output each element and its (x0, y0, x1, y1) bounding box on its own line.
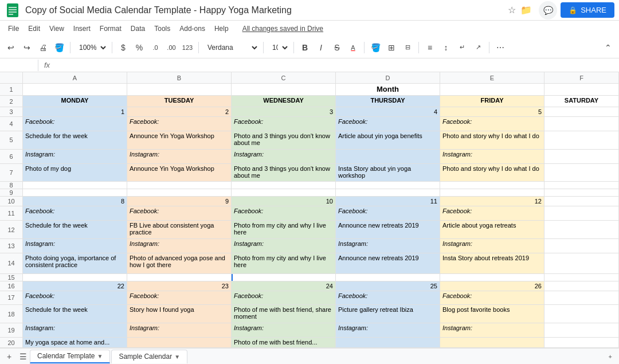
cell-d16[interactable]: 25 (336, 281, 440, 291)
cell-a18[interactable]: Schedule for the week (23, 305, 127, 323)
cell-e13[interactable]: Instagram: (440, 239, 544, 253)
cell-b1[interactable] (127, 84, 232, 95)
cell-d1[interactable]: Month (336, 84, 440, 95)
cell-c18[interactable]: Photo of me with best friend, share mome… (232, 305, 336, 323)
cell-a14[interactable]: Photo doing yoga, importance of consiste… (23, 253, 127, 273)
menu-help[interactable]: Help (211, 23, 232, 34)
cell-e18[interactable]: Blog post favorite books (440, 305, 544, 323)
col-header-c[interactable]: C (232, 72, 336, 83)
valign-button[interactable]: ↕ (438, 40, 453, 55)
cell-d4[interactable]: Facebook: (336, 117, 440, 131)
paint-format-button[interactable]: 🪣 (52, 40, 66, 55)
cell-b12[interactable]: FB Live about consistent yoga practice (127, 221, 232, 238)
cell-a15[interactable] (23, 274, 127, 281)
col-header-e[interactable]: E (440, 72, 544, 83)
cell-e2[interactable]: FRIDAY (440, 96, 544, 107)
cell-f7[interactable] (544, 164, 619, 182)
cell-d10[interactable]: 11 (336, 197, 440, 206)
fill-color-button[interactable]: 🪣 (368, 40, 383, 55)
cell-f5[interactable] (544, 131, 619, 149)
cell-a19[interactable]: Instagram: (23, 323, 127, 337)
sheet-tab-sample[interactable]: Sample Calendar ▼ (111, 350, 187, 363)
cell-e17[interactable]: Facebook: (440, 291, 544, 305)
font-select[interactable]: Verdana (202, 40, 260, 55)
cell-b17[interactable]: Facebook: (127, 291, 232, 305)
cell-e20[interactable] (440, 338, 544, 347)
cell-e9[interactable] (440, 189, 544, 196)
comments-button[interactable]: 💬 (539, 1, 557, 19)
cell-b14[interactable]: Photo of advanced yoga pose and how I go… (127, 253, 232, 273)
cell-d12[interactable]: Announce new retreats 2019 (336, 221, 440, 238)
cell-c10[interactable]: 10 (232, 197, 336, 206)
cell-b9[interactable] (127, 189, 232, 196)
cell-b6[interactable]: Instagram: (127, 150, 232, 163)
cell-d8[interactable] (336, 182, 440, 189)
col-header-f[interactable]: F (544, 72, 619, 83)
cell-a9[interactable] (23, 189, 127, 196)
cell-c19[interactable]: Instagram: (232, 323, 336, 337)
cell-e3[interactable]: 5 (440, 107, 544, 116)
formula-input[interactable] (53, 61, 616, 69)
cell-b19[interactable]: Instagram: (127, 323, 232, 337)
cell-c7[interactable]: Photo and 3 things you don't know about … (232, 164, 336, 182)
cell-f11[interactable] (544, 206, 619, 220)
cell-d9[interactable] (336, 189, 440, 196)
menu-tools[interactable]: Tools (151, 23, 174, 34)
cell-d17[interactable]: Facebook: (336, 291, 440, 305)
menu-file[interactable]: File (5, 23, 22, 34)
sheets-list-button[interactable]: ☰ (16, 350, 30, 363)
cell-c2[interactable]: WEDNESDAY (232, 96, 336, 107)
folder-icon[interactable]: 📁 (520, 5, 532, 15)
cell-f8[interactable] (544, 182, 619, 189)
menu-addons[interactable]: Add-ons (176, 23, 209, 34)
cell-e4[interactable]: Facebook: (440, 117, 544, 131)
cell-b3[interactable]: 2 (127, 107, 232, 116)
merge-button[interactable]: ⊟ (400, 40, 415, 55)
cell-a4[interactable]: Facebook: (23, 117, 127, 131)
cell-a16[interactable]: 22 (23, 281, 127, 291)
cell-c13[interactable]: Instagram: (232, 239, 336, 253)
cell-e15[interactable] (440, 274, 544, 281)
col-header-a[interactable]: A (23, 72, 127, 83)
cell-b2[interactable]: TUESDAY (127, 96, 232, 107)
cell-e12[interactable]: Article about yoga retreats (440, 221, 544, 238)
cell-d6[interactable] (336, 150, 440, 163)
halign-button[interactable]: ≡ (422, 40, 437, 55)
cell-f3[interactable] (544, 107, 619, 116)
cell-b5[interactable]: Announce Yin Yoga Workshop (127, 131, 232, 149)
cell-b15[interactable] (127, 274, 232, 281)
cell-d19[interactable]: Instagram: (336, 323, 440, 337)
italic-button[interactable]: I (314, 40, 328, 55)
cell-e5[interactable]: Photo and story why I do what I do (440, 131, 544, 149)
cell-c8[interactable] (232, 182, 336, 189)
strikethrough-button[interactable]: S (330, 40, 344, 55)
cell-d14[interactable]: Announce new retreats 2019 (336, 253, 440, 273)
explore-button[interactable]: + (604, 350, 617, 363)
cell-f20[interactable] (544, 338, 619, 347)
redo-button[interactable]: ↪ (19, 40, 34, 55)
cell-a20[interactable]: My yoga space at home and... (23, 338, 127, 347)
cell-c17[interactable]: Facebook: (232, 291, 336, 305)
cell-a5[interactable]: Schedule for the week (23, 131, 127, 149)
cell-c6[interactable]: Instagram: (232, 150, 336, 163)
cell-c4[interactable]: Facebook: (232, 117, 336, 131)
cell-e14[interactable]: Insta Story about retreats 2019 (440, 253, 544, 273)
cell-b16[interactable]: 23 (127, 281, 232, 291)
cell-f14[interactable] (544, 253, 619, 273)
cell-d5[interactable]: Article about yin yoga benefits (336, 131, 440, 149)
cell-c9[interactable] (232, 189, 336, 196)
cell-f6[interactable] (544, 150, 619, 163)
cell-a10[interactable]: 8 (23, 197, 127, 206)
cell-b11[interactable]: Facebook: (127, 206, 232, 220)
cell-a8[interactable] (23, 182, 127, 189)
share-button[interactable]: 🔒 SHARE (561, 2, 614, 18)
percent-button[interactable]: % (132, 40, 147, 55)
cell-e16[interactable]: 26 (440, 281, 544, 291)
cell-f9[interactable] (544, 189, 619, 196)
cell-e10[interactable]: 12 (440, 197, 544, 206)
rotate-button[interactable]: ↗ (471, 40, 485, 55)
bold-button[interactable]: B (297, 40, 312, 55)
cell-e6[interactable]: Instagram: (440, 150, 544, 163)
currency-button[interactable]: $ (116, 40, 131, 55)
cell-c3[interactable]: 3 (232, 107, 336, 116)
